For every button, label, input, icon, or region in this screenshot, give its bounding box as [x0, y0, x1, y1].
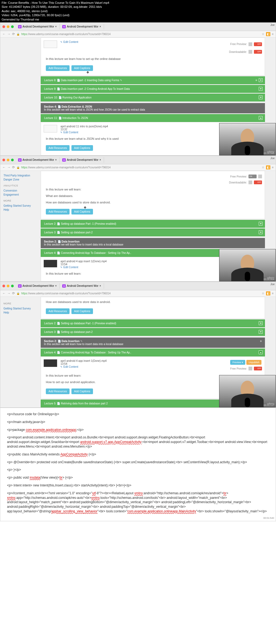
browser-tab-2[interactable]: UAndroid Development Wor×	[60, 24, 104, 29]
lecture-8[interactable]: Lecture 8: 📄 Data insertion part -1 Inse…	[41, 76, 265, 84]
expand-icon[interactable]: ▾	[259, 222, 263, 226]
add-resources-button[interactable]: Add Resources	[46, 209, 70, 214]
reload-icon[interactable]: ⟳	[12, 165, 15, 169]
star-icon[interactable]: ☆	[262, 166, 264, 169]
sidebar-help[interactable]: Help	[4, 311, 37, 315]
maximize-icon[interactable]	[11, 25, 14, 28]
lecture-2[interactable]: Lecture 2: 📄 Setting up database Part -1…	[41, 319, 265, 327]
toggle-preview[interactable]	[258, 175, 262, 178]
edit-icon[interactable]: ✎	[60, 41, 63, 43]
star-icon[interactable]: ☆	[262, 292, 264, 295]
ext-icon[interactable]: ◧	[266, 291, 270, 295]
section-2[interactable]: Section 2: 📄 Data InsertionIn this secti…	[41, 238, 265, 248]
menu-icon[interactable]: ≡	[272, 32, 274, 36]
forward-icon[interactable]: →	[7, 291, 11, 295]
browser-tab-1[interactable]: UAndroid Development Wor×	[15, 283, 60, 289]
lock-icon: 🔒	[16, 166, 20, 169]
sidebar-dz[interactable]: Danger Zone	[4, 178, 37, 182]
close-icon[interactable]	[2, 25, 5, 28]
add-resources-button[interactable]: Add Resources	[46, 145, 70, 151]
reload-icon[interactable]: ⟳	[12, 291, 15, 295]
reload-icon[interactable]: ⟳	[12, 32, 15, 36]
window-chrome: UAndroid Development Wor× UAndroid Devel…	[0, 23, 276, 31]
url-input[interactable]: https://www.udemy.com/course-manage/edit…	[21, 292, 260, 295]
expand-icon[interactable]: ▾	[259, 230, 263, 234]
add-captions-button[interactable]: Add Captions	[71, 389, 93, 394]
unpublish-button[interactable]: Unpublish	[246, 360, 261, 365]
add-captions-button[interactable]: Add Captions	[71, 145, 93, 151]
profile-name[interactable]: Joe	[270, 157, 275, 160]
expand-icon[interactable]: ▾	[259, 78, 263, 82]
preview-button[interactable]: Preview ▾	[230, 360, 245, 365]
minimize-icon[interactable]	[7, 25, 9, 28]
minimize-icon[interactable]	[7, 285, 9, 287]
profile-name[interactable]: Joe	[270, 283, 275, 286]
browser-tab-1[interactable]: UAndroid Development Wor×	[15, 24, 60, 29]
toggle-preview-on[interactable]: ON	[249, 175, 257, 178]
sidebar-tpi[interactable]: Third Party Integration	[4, 173, 37, 178]
collapse-icon[interactable]: ▴	[259, 116, 263, 120]
section-4[interactable]: Section 4: 📄 Data Extraction & JSONIn th…	[41, 103, 265, 113]
menu-icon[interactable]: ≡	[256, 79, 257, 82]
forward-icon[interactable]: →	[7, 32, 11, 36]
add-captions-button[interactable]: Add Captions	[71, 308, 93, 314]
edit-content-link[interactable]: Edit Content	[63, 365, 78, 368]
star-icon[interactable]: ☆	[262, 32, 264, 36]
maximize-icon[interactable]	[11, 285, 14, 287]
maximize-icon[interactable]	[11, 159, 14, 161]
sidebar-gss[interactable]: Getting Started Survey	[4, 204, 37, 208]
toggle-download[interactable]	[249, 50, 252, 54]
sidebar-conv[interactable]: Conversion	[4, 189, 37, 193]
sidebar-help[interactable]: Help	[4, 208, 37, 212]
edit-content-link[interactable]: Edit Content	[63, 131, 78, 134]
lecture-3[interactable]: Lecture 3: 📄 Setting up database part-2▾	[41, 229, 265, 236]
add-captions-button[interactable]: Add Captions	[71, 65, 93, 71]
back-icon[interactable]: ←	[2, 165, 6, 169]
back-icon[interactable]: ←	[2, 291, 6, 295]
lecture-9[interactable]: Lecture 9: 📄 Data insertion part -2 Crea…	[41, 85, 265, 93]
close-icon[interactable]	[2, 159, 5, 161]
add-resources-button[interactable]: Add Resources	[46, 389, 70, 394]
toggle-preview-off[interactable]: OFF	[254, 42, 262, 46]
expand-icon[interactable]: ▾	[259, 96, 263, 99]
url-input[interactable]: https://www.udemy.com/course-manage/edit…	[21, 33, 260, 36]
edit-content-link[interactable]: Edit Content	[63, 40, 78, 43]
expand-icon[interactable]: ▾	[259, 87, 263, 91]
sidebar-gss[interactable]: Getting Started Survey	[4, 306, 37, 311]
code-line: <p> }</p>	[7, 468, 269, 472]
sidebar-eng[interactable]: Engagement	[4, 193, 37, 197]
section-2[interactable]: Section 2: 📄 Data Insertion ✎≡In this se…	[41, 338, 265, 348]
menu-icon[interactable]: ≡	[272, 166, 274, 169]
add-resources-button[interactable]: Add Resources	[46, 65, 70, 71]
toggle-download[interactable]	[249, 180, 252, 184]
url-input[interactable]: https://www.udemy.com/course-manage/edit…	[21, 166, 260, 169]
toggle-preview[interactable]	[249, 42, 252, 46]
expand-icon[interactable]: ▾	[259, 330, 263, 334]
minimize-icon[interactable]	[7, 159, 9, 161]
toggle-download-off[interactable]: OFF	[254, 180, 262, 184]
browser-tab-2[interactable]: UAndroid Development Wor×	[60, 157, 104, 163]
toggle-download-off[interactable]: OFF	[254, 50, 262, 54]
add-captions-button[interactable]: Add Captions	[71, 209, 93, 214]
add-resources-button[interactable]: Add Resources	[46, 308, 70, 314]
profile-name[interactable]: Joe	[270, 23, 275, 26]
edit-content-link[interactable]: Edit Content	[63, 266, 78, 269]
menu-icon[interactable]: ≡	[260, 340, 262, 343]
lecture-3[interactable]: Lecture 3: 📄 Setting up database part-2▾	[41, 328, 265, 336]
lecture-11[interactable]: Lecture 11: 📄 Introduction To JSON▴	[41, 114, 265, 122]
toggle-preview-off[interactable]: OFF	[254, 367, 262, 370]
ext-icon[interactable]: ◧	[266, 165, 270, 169]
toggle-preview[interactable]	[249, 367, 252, 370]
browser-tab-1[interactable]: UAndroid Development Wor×	[15, 157, 60, 163]
back-icon[interactable]: ←	[2, 32, 6, 36]
collapse-icon[interactable]: ▴	[259, 350, 263, 354]
menu-icon[interactable]: ≡	[272, 292, 274, 295]
expand-icon[interactable]: ▾	[259, 321, 263, 325]
ext-icon[interactable]: ◧	[266, 32, 270, 36]
lecture-10[interactable]: Lecture 10: 📄 Running Our Application▾	[41, 94, 265, 101]
close-icon[interactable]	[2, 285, 5, 287]
forward-icon[interactable]: →	[7, 165, 11, 169]
browser-tab-2[interactable]: UAndroid Development Wor×	[60, 283, 104, 289]
lecture-4[interactable]: Lecture 4: 📄 Connecting Android App To D…	[41, 349, 265, 356]
lecture-2[interactable]: Lecture 2: 📄 Setting up database Part -1…	[41, 220, 265, 228]
